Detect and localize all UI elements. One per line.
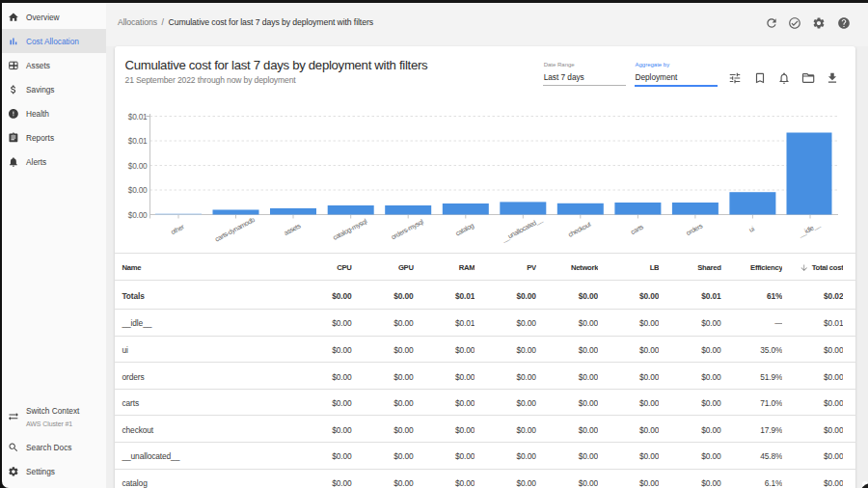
svg-text:checkout: checkout — [567, 221, 592, 238]
svg-text:orders-mysql: orders-mysql — [390, 218, 424, 241]
svg-text:carts: carts — [630, 223, 645, 235]
svg-text:$0.01: $0.01 — [128, 136, 148, 146]
svg-text:$0.00: $0.00 — [128, 161, 148, 171]
svg-text:$0.01: $0.01 — [128, 112, 148, 122]
svg-text:ui: ui — [747, 225, 755, 233]
svg-text:catalog-mysql: catalog-mysql — [332, 217, 369, 242]
svg-text:$0.00: $0.00 — [128, 210, 148, 220]
svg-text:catalog: catalog — [454, 222, 475, 238]
svg-text:$0.00: $0.00 — [128, 185, 148, 195]
svg-text:assets: assets — [283, 222, 302, 236]
svg-text:carts-dynamodb: carts-dynamodb — [214, 216, 257, 244]
svg-text:__unallocated__: __unallocated__ — [500, 216, 544, 244]
svg-text:other: other — [170, 223, 186, 235]
svg-text:__idle__: __idle__ — [797, 221, 822, 239]
svg-text:orders: orders — [685, 222, 704, 236]
